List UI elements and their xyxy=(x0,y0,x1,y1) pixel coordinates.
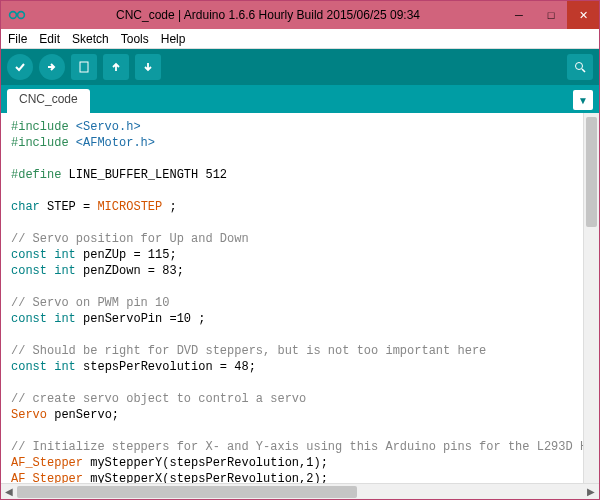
upload-button[interactable] xyxy=(39,54,65,80)
close-button[interactable]: ✕ xyxy=(567,1,599,29)
scroll-left-icon[interactable]: ◀ xyxy=(1,484,17,500)
arduino-logo-icon xyxy=(7,5,27,25)
window-title: CNC_code | Arduino 1.6.6 Hourly Build 20… xyxy=(33,8,503,22)
vertical-scroll-thumb[interactable] xyxy=(586,117,597,227)
tab-bar: CNC_code ▼ xyxy=(1,85,599,113)
maximize-button[interactable]: □ xyxy=(535,1,567,29)
svg-point-3 xyxy=(576,63,583,70)
scroll-right-icon[interactable]: ▶ xyxy=(583,484,599,500)
menubar: File Edit Sketch Tools Help xyxy=(1,29,599,49)
open-button[interactable] xyxy=(103,54,129,80)
verify-button[interactable] xyxy=(7,54,33,80)
tab-menu-button[interactable]: ▼ xyxy=(573,90,593,110)
menu-sketch[interactable]: Sketch xyxy=(69,32,112,46)
svg-rect-2 xyxy=(80,62,88,72)
editor-area: #include <Servo.h> #include <AFMotor.h> … xyxy=(1,113,599,483)
vertical-scrollbar[interactable] xyxy=(583,113,599,483)
minimize-button[interactable]: ─ xyxy=(503,1,535,29)
svg-point-0 xyxy=(10,12,17,19)
toolbar xyxy=(1,49,599,85)
tab-cnc-code[interactable]: CNC_code xyxy=(7,89,90,113)
menu-tools[interactable]: Tools xyxy=(118,32,152,46)
titlebar[interactable]: CNC_code | Arduino 1.6.6 Hourly Build 20… xyxy=(1,1,599,29)
code-editor[interactable]: #include <Servo.h> #include <AFMotor.h> … xyxy=(1,113,599,483)
serial-monitor-button[interactable] xyxy=(567,54,593,80)
svg-point-1 xyxy=(18,12,25,19)
menu-help[interactable]: Help xyxy=(158,32,189,46)
horizontal-scrollbar[interactable]: ◀ ▶ xyxy=(1,483,599,499)
menu-file[interactable]: File xyxy=(5,32,30,46)
horizontal-scroll-thumb[interactable] xyxy=(17,486,357,498)
save-button[interactable] xyxy=(135,54,161,80)
new-button[interactable] xyxy=(71,54,97,80)
menu-edit[interactable]: Edit xyxy=(36,32,63,46)
